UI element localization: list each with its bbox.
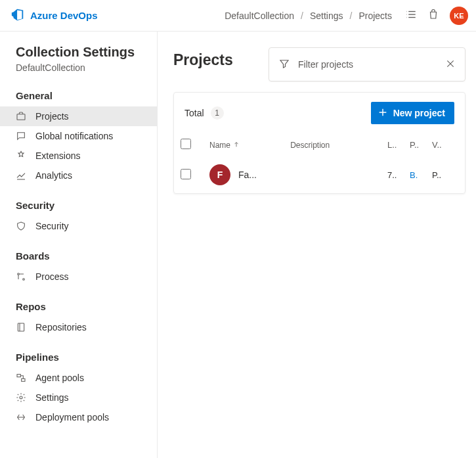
sidebar-group-repos: Repos [0, 296, 157, 317]
col-last-update[interactable]: L.. [387, 140, 410, 150]
sidebar-item-agent-pools[interactable]: Agent pools [0, 368, 157, 388]
sidebar-item-label: Agent pools [35, 373, 84, 383]
svg-rect-12 [22, 378, 25, 381]
sidebar-item-label: Projects [35, 111, 69, 122]
new-project-label: New project [393, 108, 445, 118]
filter-icon [278, 58, 290, 72]
sidebar-item-label: Analytics [35, 170, 72, 181]
sidebar-group-pipelines: Pipelines [0, 346, 157, 368]
sidebar-title: Collection Settings [0, 45, 157, 62]
project-name: Fa... [238, 170, 257, 180]
list-icon[interactable] [405, 9, 417, 22]
deployment-icon [16, 412, 26, 423]
sidebar: Collection Settings DefaultCollection Ge… [0, 32, 158, 458]
breadcrumb-settings[interactable]: Settings [310, 11, 343, 21]
sidebar-item-label: Process [35, 271, 69, 282]
projects-card: Total 1 New project Name Description L.. [173, 92, 465, 194]
process-icon [16, 271, 26, 282]
sidebar-item-label: Repositories [35, 322, 87, 332]
comment-icon [16, 131, 26, 141]
total-label: Total [184, 108, 204, 118]
sidebar-item-extensions[interactable]: Extensions [0, 146, 157, 166]
project-visibility: P.. [432, 170, 454, 180]
sidebar-item-projects[interactable]: Projects [0, 106, 157, 126]
close-icon[interactable] [445, 58, 456, 71]
sidebar-item-deployment-pools[interactable]: Deployment pools [0, 407, 157, 427]
total-count: 1 [211, 106, 224, 120]
shopping-bag-icon[interactable] [427, 9, 439, 22]
project-process[interactable]: B. [410, 170, 432, 180]
sidebar-item-process[interactable]: Process [0, 267, 157, 286]
sidebar-item-label: Extensions [35, 150, 80, 161]
row-checkbox[interactable] [181, 169, 191, 179]
page-title: Projects [173, 47, 233, 69]
sidebar-item-global-notifications[interactable]: Global notifications [0, 126, 157, 146]
azure-devops-icon [11, 7, 25, 24]
sort-asc-icon [233, 141, 240, 150]
breadcrumb-projects[interactable]: Projects [358, 11, 392, 21]
sidebar-group-boards: Boards [0, 245, 157, 267]
puzzle-icon [16, 150, 26, 161]
project-last-update: 7.. [387, 170, 410, 180]
shield-icon [16, 221, 26, 231]
filter-box [269, 47, 465, 81]
sidebar-item-settings[interactable]: Settings [0, 388, 157, 407]
agent-pools-icon [16, 373, 26, 383]
briefcase-icon [16, 111, 26, 122]
table-row[interactable]: F Fa... 7.. B. P.. [174, 156, 465, 193]
svg-point-8 [23, 279, 25, 281]
project-avatar: F [209, 164, 230, 185]
col-visibility[interactable]: V.. [432, 140, 454, 150]
svg-point-13 [20, 396, 22, 399]
user-avatar[interactable]: KE [450, 7, 468, 25]
svg-rect-6 [17, 114, 25, 120]
svg-rect-11 [17, 375, 20, 377]
sidebar-item-label: Global notifications [35, 131, 113, 141]
brand-link[interactable]: Azure DevOps [11, 7, 98, 24]
brand-text: Azure DevOps [30, 10, 98, 21]
gear-icon [16, 392, 26, 403]
sidebar-item-label: Settings [35, 392, 69, 403]
sidebar-item-security[interactable]: Security [0, 216, 157, 236]
col-name[interactable]: Name [209, 141, 290, 150]
sidebar-item-label: Security [35, 221, 69, 231]
breadcrumb: DefaultCollection / Settings / Projects [225, 11, 392, 21]
table-header: Name Description L.. P.. V.. [174, 133, 465, 156]
svg-point-7 [18, 273, 20, 275]
sidebar-group-security: Security [0, 195, 157, 216]
filter-input[interactable] [298, 59, 437, 70]
breadcrumb-sep: / [301, 11, 303, 21]
select-all-checkbox[interactable] [181, 139, 191, 149]
sidebar-item-label: Deployment pools [35, 412, 109, 423]
chart-icon [16, 170, 26, 181]
new-project-button[interactable]: New project [371, 102, 454, 124]
repo-icon [16, 322, 26, 332]
plus-icon [378, 107, 388, 120]
breadcrumb-sep: / [350, 11, 353, 21]
sidebar-group-general: General [0, 85, 157, 106]
sidebar-subtitle: DefaultCollection [0, 62, 157, 85]
sidebar-item-analytics[interactable]: Analytics [0, 166, 157, 185]
svg-rect-9 [18, 323, 24, 331]
sidebar-item-repositories[interactable]: Repositories [0, 317, 157, 337]
breadcrumb-collection[interactable]: DefaultCollection [225, 11, 294, 21]
avatar-initials: KE [454, 12, 464, 20]
col-description[interactable]: Description [290, 141, 387, 150]
col-process[interactable]: P.. [410, 140, 432, 150]
